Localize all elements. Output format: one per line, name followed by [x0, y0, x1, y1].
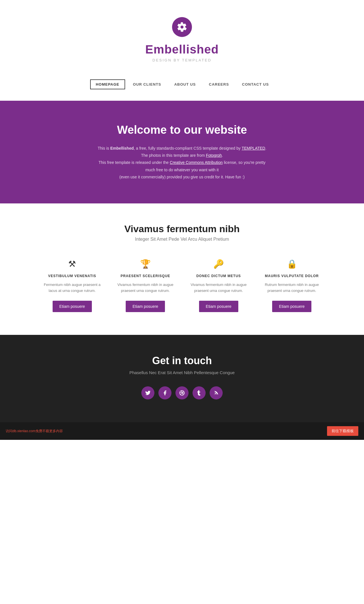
rss-icon[interactable] [210, 386, 223, 399]
fotogrph-link[interactable]: Fotogrph [206, 153, 222, 158]
feature-desc-1: Fermentum nibh augue praesent a lacus at… [43, 282, 102, 294]
site-title: Embellished [6, 43, 358, 56]
footer-bar: 访问db.xienlao.com免费不载更多内容 前往下载模板 [0, 422, 364, 440]
footer-bar-inner: 访问db.xienlao.com免费不载更多内容 前往下载模板 [6, 426, 358, 436]
nav-about-us[interactable]: ABOUT US [169, 80, 201, 89]
features-grid: ⚒ VESTIBULUM VENENATIS Fermentum nibh au… [40, 256, 324, 315]
feature-card-1: ⚒ VESTIBULUM VENENATIS Fermentum nibh au… [40, 256, 105, 315]
features-subheading: Integer Sit Amet Pede Vel Arcu Aliquet P… [11, 237, 353, 242]
hero-paragraph: This is Embellished, a free, fully stand… [97, 145, 267, 181]
features-heading: Vivamus fermentum nibh [11, 223, 353, 234]
feature-btn-2[interactable]: Etiam posuere [126, 301, 165, 312]
contact-subheading: Phasellus Nec Erat Sit Amet Nibh Pellent… [6, 370, 358, 375]
nav-contact-us[interactable]: CONTACT US [237, 80, 274, 89]
feature-desc-3: Vivamus fermentum nibh in augue praesent… [189, 282, 248, 294]
feature-card-2: 🏆 PRAESENT SCELERISQUE Vivamus fermentum… [113, 256, 178, 315]
download-button[interactable]: 前往下载模板 [327, 426, 358, 436]
site-subtitle: DESIGN BY TEMPLATED [6, 58, 358, 62]
main-nav: HOMEPAGE OUR CLIENTS ABOUT US CAREERS CO… [0, 74, 364, 101]
trophy-icon: 🏆 [116, 259, 175, 269]
feature-btn-1[interactable]: Etiam posuere [53, 301, 92, 312]
site-header: Embellished DESIGN BY TEMPLATED [0, 0, 364, 74]
nav-homepage[interactable]: HOMEPAGE [90, 79, 125, 89]
svg-point-1 [214, 394, 215, 395]
contact-heading: Get in touch [6, 355, 358, 367]
cc-link[interactable]: Creative Commons Attribution [170, 160, 223, 165]
key-icon: 🔑 [189, 259, 248, 269]
dribbble-icon[interactable] [175, 386, 189, 399]
features-section: Vivamus fermentum nibh Integer Sit Amet … [0, 203, 364, 335]
contact-section: Get in touch Phasellus Nec Erat Sit Amet… [0, 335, 364, 422]
tumblr-icon[interactable] [193, 386, 206, 399]
hero-heading: Welcome to our website [6, 123, 358, 136]
feature-title-2: PRAESENT SCELERISQUE [116, 274, 175, 278]
gear-icon [177, 22, 187, 32]
feature-title-1: VESTIBULUM VENENATIS [43, 274, 102, 278]
feature-desc-2: Vivamus fermentum nibh in augue praesent… [116, 282, 175, 294]
footer-watermark: 访问db.xienlao.com免费不载更多内容 [6, 428, 63, 433]
wrench-icon: ⚒ [43, 259, 102, 269]
feature-btn-4[interactable]: Etiam posuere [272, 301, 311, 312]
hero-section: Welcome to our website This is Embellish… [0, 101, 364, 203]
feature-card-3: 🔑 DONEC DICTUM METUS Vivamus fermentum n… [186, 256, 251, 315]
facebook-icon[interactable] [158, 386, 171, 399]
lock-icon: 🔒 [262, 259, 322, 269]
logo-circle [172, 17, 192, 37]
feature-card-4: 🔒 MAURIS VULPUTATE DOLOR Rutrum fermentu… [260, 256, 324, 315]
feature-desc-4: Rutrum fermentum nibh in augue praesent … [262, 282, 322, 294]
feature-btn-3[interactable]: Etiam posuere [199, 301, 238, 312]
nav-careers[interactable]: CAREERS [204, 80, 234, 89]
feature-title-3: DONEC DICTUM METUS [189, 274, 248, 278]
feature-title-4: MAURIS VULPUTATE DOLOR [262, 274, 322, 278]
nav-our-clients[interactable]: OUR CLIENTS [128, 80, 166, 89]
social-icons [6, 386, 358, 399]
twitter-icon[interactable] [141, 386, 154, 399]
templated-link[interactable]: TEMPLATED [242, 146, 265, 151]
